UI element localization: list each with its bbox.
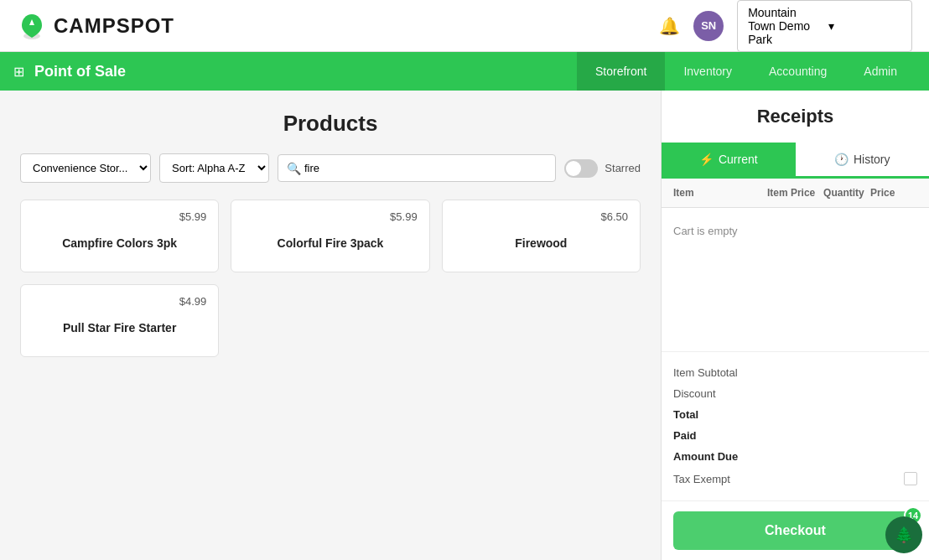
amount-due-row: Amount Due [673,446,917,467]
starred-toggle: Starred [564,159,641,178]
nav-link-accounting[interactable]: Accounting [750,52,845,91]
cart-totals: Item Subtotal Discount Total Paid Amount… [662,351,929,500]
search-input[interactable] [301,155,547,181]
watermark-icon: 🌲 [895,526,913,544]
product-price: $4.99 [33,295,206,308]
product-price: $6.50 [454,210,628,223]
col-item: Item [673,187,767,199]
category-select[interactable]: Convenience Stor... [20,153,151,183]
nav-link-inventory[interactable]: Inventory [665,52,750,91]
left-panel: Products Convenience Stor... Sort: Alpha… [0,91,661,560]
total-label: Total [673,408,698,421]
park-selector[interactable]: Mountain Town Demo Park ▾ [737,0,912,52]
tax-exempt-checkbox[interactable] [904,472,917,485]
product-name: Firewood [454,228,628,258]
product-name: Campfire Colors 3pk [33,228,206,258]
tab-history[interactable]: 🕐 History [796,143,930,176]
history-tab-label: History [854,153,890,166]
pos-title: Point of Sale [34,63,577,80]
tab-current[interactable]: ⚡ Current [662,143,796,176]
cart-empty-message: Cart is empty [662,208,929,254]
receipt-tabs: ⚡ Current 🕐 History [662,143,929,179]
search-wrapper: 🔍 [278,154,556,182]
amount-due-label: Amount Due [673,450,738,463]
discount-label: Discount [673,387,716,400]
paid-label: Paid [673,429,696,442]
col-quantity: Quantity [823,187,870,199]
tax-exempt-row: Tax Exempt [673,467,917,490]
sort-select[interactable]: Sort: Alpha A-Z [159,153,269,183]
discount-row: Discount [673,383,917,404]
starred-label: Starred [605,162,641,174]
total-row: Total [673,404,917,425]
filters-bar: Convenience Stor... Sort: Alpha A-Z 🔍 St… [20,153,641,183]
cart-table: Item Item Price Quantity Price Cart is e… [662,179,929,351]
product-price: $5.99 [33,210,206,223]
checkout-area: Checkout 14 🌲 [662,500,929,560]
nav-links: Storefront Inventory Accounting Admin [577,52,916,91]
nav-right: 🔔 SN Mountain Town Demo Park ▾ [659,0,912,52]
nav-link-storefront[interactable]: Storefront [577,52,665,91]
campspot-logo-icon [17,11,47,41]
products-title: Products [20,111,641,137]
avatar[interactable]: SN [693,11,724,41]
logo-text: CAMPSPOT [54,14,174,38]
subtotal-row: Item Subtotal [673,362,917,383]
current-tab-label: Current [719,153,758,166]
checkout-label: Checkout [765,523,826,537]
receipts-title: Receipts [662,91,929,143]
grid-icon: ⊞ [13,64,24,80]
search-icon: 🔍 [287,162,301,175]
col-item-price: Item Price [767,187,823,199]
park-name: Mountain Town Demo Park [748,6,821,46]
tax-exempt-label: Tax Exempt [673,473,730,485]
col-price: Price [870,187,917,199]
product-card[interactable]: $6.50 Firewood [442,200,641,272]
main-content: Products Convenience Stor... Sort: Alpha… [0,91,929,560]
nav-link-admin[interactable]: Admin [845,52,916,91]
current-tab-icon: ⚡ [699,153,714,166]
product-card[interactable]: $5.99 Campfire Colors 3pk [20,200,219,272]
right-panel: Receipts ⚡ Current 🕐 History Item Item P… [661,91,929,560]
product-name: Pull Star Fire Starter [33,313,206,343]
subtotal-label: Item Subtotal [673,366,738,379]
starred-switch[interactable] [564,159,598,178]
history-tab-icon: 🕐 [834,153,849,166]
chevron-down-icon: ▾ [828,19,901,33]
product-card[interactable]: $4.99 Pull Star Fire Starter [20,284,219,357]
top-nav: CAMPSPOT 🔔 SN Mountain Town Demo Park ▾ [0,0,929,52]
product-grid: $5.99 Campfire Colors 3pk $5.99 Colorful… [20,200,641,357]
product-card[interactable]: $5.99 Colorful Fire 3pack [231,200,429,272]
secondary-nav: ⊞ Point of Sale Storefront Inventory Acc… [0,52,929,91]
product-price: $5.99 [243,210,417,223]
cart-header: Item Item Price Quantity Price [662,179,929,208]
checkout-button[interactable]: Checkout 14 [673,511,917,550]
paid-row: Paid [673,425,917,446]
bell-icon[interactable]: 🔔 [659,16,680,36]
product-name: Colorful Fire 3pack [243,228,417,258]
logo-area: CAMPSPOT [17,11,174,41]
campspot-watermark: 🌲 [885,516,922,553]
